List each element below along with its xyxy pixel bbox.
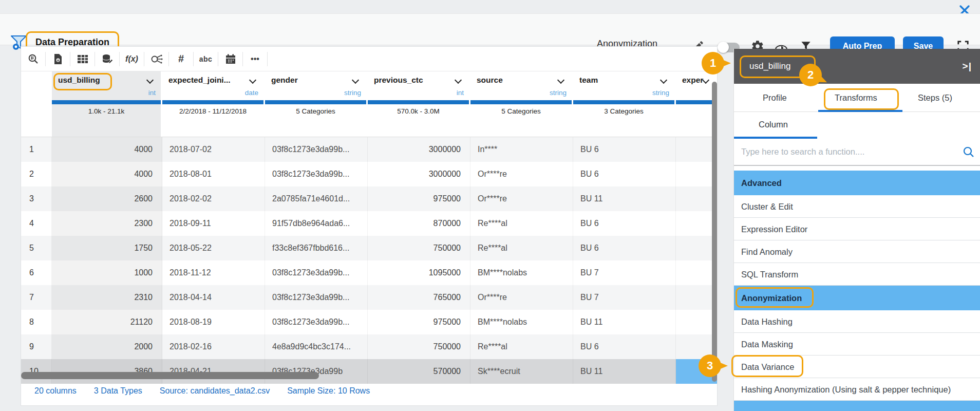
- table-cell[interactable]: 2018-04-14: [162, 285, 265, 310]
- table-icon[interactable]: [70, 47, 95, 71]
- table-cell[interactable]: [676, 186, 718, 211]
- table-cell[interactable]: 4000: [52, 137, 162, 162]
- table-cell[interactable]: [676, 310, 718, 334]
- table-cell[interactable]: 2018-07-02: [162, 137, 265, 162]
- table-cell[interactable]: 4e8a9d9c4bc3c174...: [265, 334, 368, 359]
- table-cell[interactable]: 3000000: [368, 162, 470, 186]
- subtab-column[interactable]: Column: [759, 112, 788, 137]
- table-cell[interactable]: Re****al: [470, 236, 573, 260]
- table-cell[interactable]: 2018-04-21: [162, 359, 265, 384]
- date-type-icon[interactable]: [218, 47, 242, 71]
- column-header-gender[interactable]: genderstring5 Categories: [265, 71, 368, 137]
- chevron-down-icon[interactable]: [249, 77, 256, 84]
- chevron-down-icon[interactable]: [352, 77, 359, 84]
- function-item-find-anomaly[interactable]: Find Anomaly: [734, 240, 980, 263]
- table-cell[interactable]: 1750: [52, 236, 162, 260]
- table-cell[interactable]: [676, 236, 718, 260]
- table-cell[interactable]: BU 11: [573, 310, 676, 334]
- table-cell[interactable]: 03f8c1273e3da99b...: [265, 137, 368, 162]
- database-edit-icon[interactable]: [95, 47, 119, 71]
- table-cell[interactable]: [676, 162, 718, 186]
- function-item-hashing-anonymization-using-salt-pepper-technique[interactable]: Hashing Anonymization (Using salt & pepp…: [734, 378, 980, 401]
- table-cell[interactable]: 870000: [368, 211, 470, 236]
- table-cell[interactable]: 750000: [368, 334, 470, 359]
- function-item-expression-editor[interactable]: Expression Editor: [734, 218, 980, 240]
- table-cell[interactable]: BM****nolabs: [470, 260, 573, 285]
- table-cell[interactable]: 03f8c1273e3da99b: [265, 359, 368, 384]
- function-search-input[interactable]: [741, 139, 947, 165]
- table-cell[interactable]: 03f8c1273e3da99b...: [265, 162, 368, 186]
- search-data-icon[interactable]: [21, 47, 45, 71]
- table-cell[interactable]: In****: [470, 137, 573, 162]
- table-cell[interactable]: 975000: [368, 186, 470, 211]
- table-cell[interactable]: Or****re: [470, 162, 573, 186]
- table-cell[interactable]: 2018-02-02: [162, 186, 265, 211]
- function-item-anonymization[interactable]: Anonymization: [734, 286, 980, 310]
- function-icon[interactable]: f(x): [120, 47, 144, 71]
- table-cell[interactable]: Or****re: [470, 186, 573, 211]
- table-cell[interactable]: BU 11: [573, 359, 676, 384]
- table-cell[interactable]: 2300: [52, 211, 162, 236]
- more-icon[interactable]: •••: [243, 47, 267, 71]
- table-cell[interactable]: Re****al: [470, 211, 573, 236]
- table-cell[interactable]: BU 6: [573, 236, 676, 260]
- table-cell[interactable]: 4000: [52, 162, 162, 186]
- table-cell[interactable]: 2018-09-11: [162, 211, 265, 236]
- column-header-exper[interactable]: exper: [676, 71, 718, 137]
- split-branch-icon[interactable]: [144, 47, 168, 71]
- table-cell[interactable]: 03f8c1273e3da99b...: [265, 285, 368, 310]
- table-cell[interactable]: BU 7: [573, 260, 676, 285]
- table-cell[interactable]: 765000: [368, 285, 470, 310]
- column-header-previous-ctc[interactable]: previous_ctcint570.0k - 3.0M: [368, 71, 470, 137]
- table-cell[interactable]: 2310: [52, 285, 162, 310]
- function-item-data-hashing[interactable]: Data Hashing: [734, 310, 980, 333]
- table-cell[interactable]: 1000: [52, 260, 162, 285]
- column-header-source[interactable]: sourcestring5 Categories: [470, 71, 573, 137]
- chevron-down-icon[interactable]: [455, 77, 462, 84]
- table-cell[interactable]: 03f8c1273e3da99b...: [265, 310, 368, 334]
- column-header-usd-billing[interactable]: usd_billingint1.0k - 21.1k: [52, 71, 162, 137]
- export-file-icon[interactable]: [46, 47, 70, 71]
- table-cell[interactable]: 2000: [52, 334, 162, 359]
- number-type-icon[interactable]: #: [169, 47, 193, 71]
- tab-profile[interactable]: Profile: [763, 84, 787, 112]
- table-cell[interactable]: 2018-08-19: [162, 310, 265, 334]
- table-cell[interactable]: 750000: [368, 236, 470, 260]
- table-cell[interactable]: Or****re: [470, 285, 573, 310]
- column-header-team[interactable]: teamstring3 Categories: [573, 71, 676, 137]
- search-icon[interactable]: [963, 146, 975, 158]
- table-cell[interactable]: [676, 285, 718, 310]
- table-cell[interactable]: Sk****ecruit: [470, 359, 573, 384]
- table-cell[interactable]: BU 11: [573, 186, 676, 211]
- column-header-expected-joini[interactable]: expected_joini...date2/2/2018 - 11/12/20…: [162, 71, 265, 137]
- table-cell[interactable]: 2018-08-01: [162, 162, 265, 186]
- horizontal-scrollbar[interactable]: [21, 372, 319, 379]
- chevron-down-icon[interactable]: [557, 77, 564, 84]
- table-cell[interactable]: [676, 137, 718, 162]
- table-cell[interactable]: 2a0785fa71e4601d...: [265, 186, 368, 211]
- function-item-sql-transform[interactable]: SQL Transform: [734, 263, 980, 286]
- table-cell[interactable]: [676, 260, 718, 285]
- tab-steps[interactable]: Steps (5): [918, 84, 952, 112]
- function-item-cluster-edit[interactable]: Cluster & Edit: [734, 195, 980, 218]
- table-cell[interactable]: BU 6: [573, 137, 676, 162]
- table-cell[interactable]: 2600: [52, 186, 162, 211]
- table-cell[interactable]: BU 6: [573, 162, 676, 186]
- table-cell[interactable]: 03f8c1273e3da99b...: [265, 260, 368, 285]
- table-cell[interactable]: Re****al: [470, 334, 573, 359]
- table-cell[interactable]: 91f57db8e964ada6...: [265, 211, 368, 236]
- table-cell[interactable]: BU 7: [573, 285, 676, 310]
- table-cell[interactable]: f33c8ef367fbbd616...: [265, 236, 368, 260]
- function-item-data-variance[interactable]: Data Variance: [734, 356, 980, 378]
- table-cell[interactable]: [676, 211, 718, 236]
- vertical-scrollbar[interactable]: [712, 82, 717, 382]
- function-item-partial[interactable]: [734, 401, 980, 411]
- table-cell[interactable]: 3860: [52, 359, 162, 384]
- function-item-data-masking[interactable]: Data Masking: [734, 333, 980, 356]
- table-cell[interactable]: 1095000: [368, 260, 470, 285]
- chevron-down-icon[interactable]: [660, 77, 667, 84]
- table-cell[interactable]: 975000: [368, 310, 470, 334]
- tab-transforms[interactable]: Transforms: [835, 84, 877, 112]
- table-cell[interactable]: BU 6: [573, 334, 676, 359]
- table-cell[interactable]: 3000000: [368, 137, 470, 162]
